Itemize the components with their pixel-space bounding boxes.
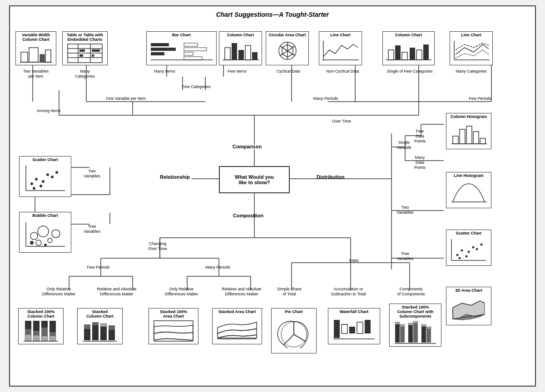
svg-point-127 bbox=[36, 240, 41, 245]
one-variable-label: One Variable per Item bbox=[94, 96, 158, 101]
stacked100-col-box: Stacked 100%Column Chart bbox=[18, 308, 64, 344]
pie-chart-box: Pie Chart bbox=[271, 308, 317, 353]
svg-point-114 bbox=[40, 185, 42, 187]
svg-rect-188 bbox=[408, 325, 413, 343]
stacked-area-icon bbox=[214, 315, 260, 343]
svg-rect-192 bbox=[421, 327, 426, 343]
composition-label: Composition bbox=[233, 213, 263, 218]
svg-rect-162 bbox=[50, 332, 56, 336]
svg-rect-168 bbox=[92, 322, 99, 325]
svg-point-140 bbox=[466, 255, 468, 257]
svg-rect-180 bbox=[349, 327, 355, 333]
scatter-chart-box: Scatter Chart bbox=[19, 156, 71, 197]
svg-rect-80 bbox=[151, 48, 176, 51]
variable-width-icon bbox=[17, 43, 54, 64]
scatter-dist-icon bbox=[448, 237, 490, 264]
svg-rect-108 bbox=[423, 44, 429, 60]
svg-rect-77 bbox=[92, 54, 94, 57]
two-variables-label: Two Variablesper Item bbox=[15, 69, 56, 79]
svg-rect-64 bbox=[21, 52, 28, 62]
svg-rect-84 bbox=[184, 52, 193, 55]
svg-point-113 bbox=[35, 178, 38, 181]
svg-rect-103 bbox=[388, 50, 394, 60]
table-embedded-chart-box: Table or Table withEmbedded Charts bbox=[62, 31, 108, 65]
relative-absolute-2-label: Relative and AbsoluteDifferences Matter bbox=[219, 287, 264, 297]
svg-rect-190 bbox=[408, 323, 413, 325]
stacked100-area-label: Stacked 100%Area Chart bbox=[160, 310, 187, 319]
svg-rect-90 bbox=[245, 45, 251, 60]
svg-point-139 bbox=[461, 249, 463, 251]
svg-point-126 bbox=[30, 241, 34, 245]
svg-rect-79 bbox=[151, 43, 169, 46]
non-cyclical-label: Non-Cyclical Data bbox=[321, 69, 364, 74]
svg-rect-88 bbox=[232, 43, 237, 60]
two-variables-rel-label: TwoVariables bbox=[77, 169, 107, 179]
svg-rect-160 bbox=[41, 336, 48, 341]
svg-rect-104 bbox=[395, 45, 401, 60]
many-periods-top-label: Many Periods bbox=[305, 96, 346, 101]
central-node-label: What Would youlike to show? bbox=[235, 174, 274, 185]
diagram-title: Chart Suggestions—A Tought-Starter bbox=[15, 11, 530, 18]
svg-point-117 bbox=[46, 173, 49, 176]
waterfall-box: Waterfall Chart bbox=[328, 308, 380, 344]
svg-rect-157 bbox=[33, 335, 40, 341]
few-periods-comp-label: Few Periods bbox=[81, 265, 115, 270]
svg-rect-185 bbox=[400, 327, 405, 343]
line-chart-many-label: Line Chart bbox=[330, 33, 351, 38]
svg-rect-81 bbox=[151, 52, 164, 55]
svg-rect-133 bbox=[466, 126, 472, 144]
central-node: What Would youlike to show? bbox=[219, 166, 290, 193]
simple-share-label: Simple Shareof Total bbox=[269, 287, 310, 297]
scatter-chart-label: Scatter Chart bbox=[32, 158, 58, 162]
stacked100-area-box: Stacked 100%Area Chart bbox=[149, 308, 198, 344]
svg-rect-91 bbox=[252, 52, 258, 60]
svg-point-119 bbox=[55, 171, 58, 174]
circular-area-chart-box: Circular Area Chart bbox=[266, 31, 309, 65]
svg-rect-105 bbox=[402, 52, 407, 60]
stacked100-sub-label: Stacked 100%Column Chart withSubcomponen… bbox=[397, 305, 434, 319]
bar-chart-label: Bar Chart bbox=[172, 33, 191, 38]
bar-chart-icon bbox=[148, 39, 215, 64]
svg-point-125 bbox=[52, 230, 60, 238]
table-embedded-label: Table or Table withEmbedded Charts bbox=[67, 33, 103, 42]
svg-rect-85 bbox=[184, 57, 202, 60]
only-relative-2-label: Only RelativeDifferences Matter bbox=[160, 287, 203, 297]
svg-rect-159 bbox=[41, 328, 48, 336]
svg-rect-83 bbox=[184, 48, 207, 51]
svg-point-124 bbox=[48, 238, 52, 243]
cyclical-label: Cyclical Data bbox=[268, 69, 309, 74]
svg-rect-177 bbox=[334, 320, 340, 338]
svg-rect-191 bbox=[413, 321, 418, 323]
svg-rect-75 bbox=[79, 54, 83, 57]
tree-variables-dist-label: TreeVariables bbox=[391, 251, 419, 261]
svg-rect-155 bbox=[33, 321, 40, 331]
svg-rect-167 bbox=[92, 325, 99, 340]
tree-variables-rel-label: TreeVariables bbox=[77, 224, 107, 234]
svg-point-115 bbox=[33, 187, 35, 190]
svg-rect-194 bbox=[421, 324, 426, 327]
few-periods-top-label: Few Periods bbox=[460, 96, 500, 101]
bubble-chart-box: Bubble Chart bbox=[19, 212, 71, 253]
svg-rect-65 bbox=[29, 48, 38, 62]
svg-rect-166 bbox=[84, 324, 90, 329]
bubble-icon bbox=[21, 219, 69, 251]
svg-rect-153 bbox=[25, 329, 31, 334]
stacked-area-box: Stacked Area Chart bbox=[212, 308, 262, 344]
column-histogram-label: Column Histogram bbox=[451, 115, 487, 119]
static-label: Static bbox=[342, 258, 367, 263]
svg-rect-184 bbox=[395, 324, 400, 343]
svg-rect-186 bbox=[395, 322, 400, 324]
many-periods-comp-label: Many Periods bbox=[198, 265, 237, 270]
svg-rect-76 bbox=[79, 49, 85, 52]
diagram-container: Chart Suggestions—A Tought-Starter bbox=[9, 5, 536, 387]
svg-rect-163 bbox=[50, 336, 56, 341]
svg-point-128 bbox=[44, 244, 47, 246]
svg-rect-178 bbox=[342, 324, 347, 333]
scatter-icon bbox=[21, 163, 69, 195]
svg-point-122 bbox=[30, 232, 38, 240]
line-histogram-icon bbox=[448, 179, 490, 206]
few-data-points-label: FewDataPoints bbox=[407, 129, 432, 143]
svg-rect-181 bbox=[357, 322, 363, 333]
area-3d-box: 3D Area Chart bbox=[446, 287, 491, 325]
variable-width-chart-box: Variable WidthColumn Chart bbox=[15, 31, 56, 65]
